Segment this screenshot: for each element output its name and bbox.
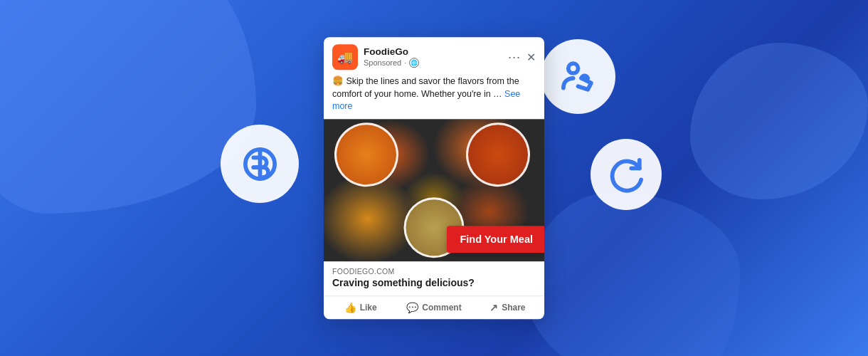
- brand-name: FoodieGo: [364, 46, 502, 58]
- bg-blob-3: [690, 43, 868, 199]
- food-plate-1: [334, 122, 398, 187]
- header-actions: ··· ✕: [508, 50, 536, 65]
- find-meal-button[interactable]: Find Your Meal: [447, 226, 544, 253]
- post-body-text: 🍔 Skip the lines and savor the flavors f…: [332, 76, 519, 99]
- dollar-sign-icon: [240, 145, 280, 184]
- post-text: 🍔 Skip the lines and savor the flavors f…: [324, 74, 544, 119]
- sponsored-globe-icon: 🌐: [409, 58, 419, 68]
- card-info: foodiego.com Craving something delicious…: [324, 261, 544, 291]
- comment-icon: 💬: [406, 302, 418, 313]
- dollar-icon-circle: [221, 125, 299, 203]
- website-url: foodiego.com: [332, 267, 536, 276]
- share-button[interactable]: ↗ Share: [471, 296, 544, 319]
- sponsored-row: Sponsored · 🌐: [364, 58, 502, 68]
- more-options-button[interactable]: ···: [508, 50, 521, 65]
- person-hand-icon: [559, 57, 598, 96]
- comment-label: Comment: [422, 303, 461, 313]
- card-title: Craving something delicious?: [332, 277, 536, 288]
- like-label: Like: [360, 303, 377, 313]
- like-icon: 👍: [344, 302, 356, 313]
- close-button[interactable]: ✕: [526, 51, 536, 64]
- comment-button[interactable]: 💬 Comment: [397, 296, 470, 319]
- refresh-icon: [607, 155, 646, 194]
- share-icon: ↗: [489, 302, 498, 313]
- globe-icon: ·: [404, 58, 406, 67]
- bg-blob-2: [526, 192, 740, 356]
- header-text: FoodieGo Sponsored · 🌐: [364, 46, 502, 68]
- brand-avatar: 🚚: [332, 44, 358, 70]
- svg-point-2: [568, 63, 578, 73]
- person-icon-circle: [541, 39, 615, 114]
- facebook-ad-card: 🚚 FoodieGo Sponsored · 🌐 ··· ✕ 🍔 Skip th…: [324, 37, 544, 319]
- share-label: Share: [502, 303, 525, 313]
- bg-blob-1: [0, 0, 256, 214]
- like-button[interactable]: 👍 Like: [324, 296, 397, 319]
- refresh-icon-circle: [591, 139, 662, 210]
- food-image: Find Your Meal: [324, 119, 544, 261]
- sponsored-label: Sponsored: [364, 58, 401, 67]
- food-plate-2: [466, 122, 530, 187]
- card-header: 🚚 FoodieGo Sponsored · 🌐 ··· ✕: [324, 37, 544, 74]
- card-actions: 👍 Like 💬 Comment ↗ Share: [324, 295, 544, 319]
